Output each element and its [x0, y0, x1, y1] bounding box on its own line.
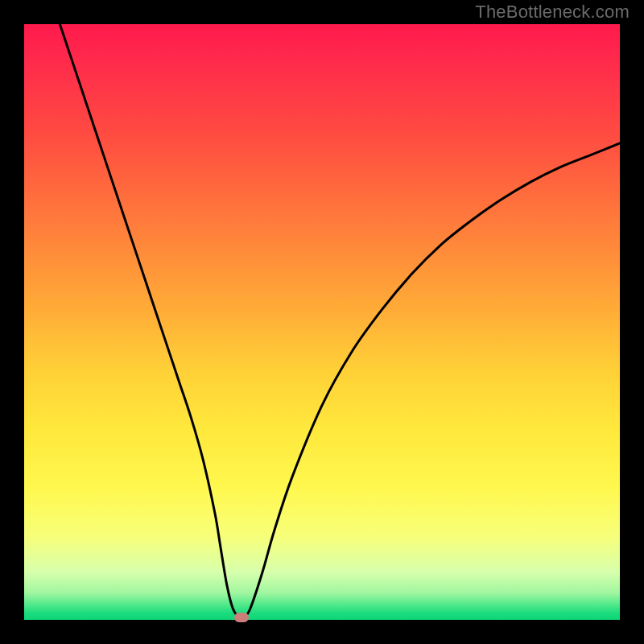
chart-frame: TheBottleneck.com [0, 0, 644, 644]
bottleneck-chart [24, 24, 620, 620]
bottleneck-marker [234, 613, 249, 622]
gradient-background [24, 24, 620, 620]
watermark-text: TheBottleneck.com [475, 2, 630, 23]
